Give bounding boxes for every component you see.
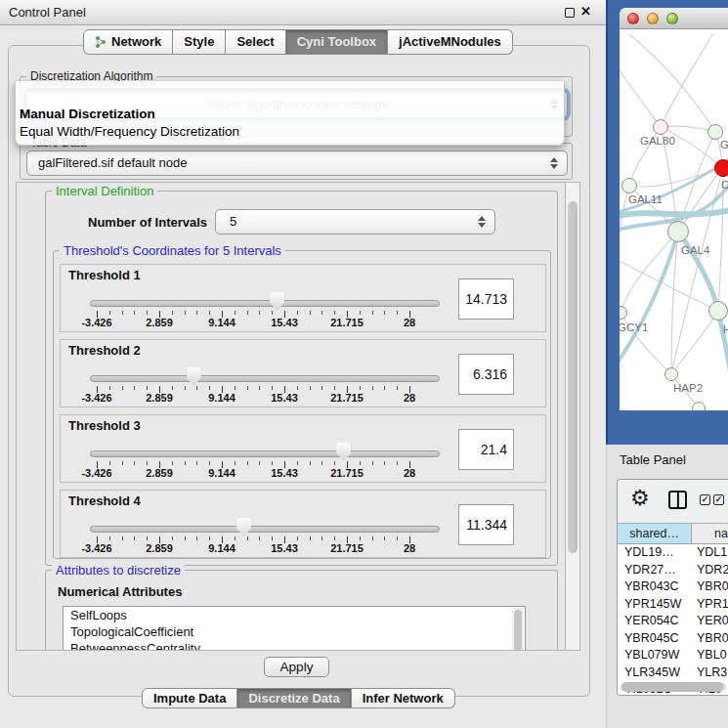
network-window-titlebar[interactable] bbox=[620, 8, 728, 29]
cell: YBR0 bbox=[697, 579, 728, 593]
table-row[interactable]: YER054CYER0 bbox=[618, 613, 728, 630]
threshold-value-field[interactable]: 11.344 bbox=[458, 504, 514, 545]
close-icon[interactable]: ✕ bbox=[580, 4, 591, 19]
panel-title: Control Panel bbox=[9, 5, 86, 20]
slider-track[interactable] bbox=[90, 450, 440, 457]
tick-label: -3.426 bbox=[81, 317, 111, 328]
node-gal4[interactable] bbox=[667, 221, 689, 242]
slider-minor-ticks bbox=[97, 536, 411, 540]
table-data-combobox-value: galFiltered.sif default node bbox=[38, 155, 187, 170]
threshold-value-field[interactable]: 6.316 bbox=[458, 354, 514, 395]
threshold-value-field[interactable]: 14.713 bbox=[458, 278, 514, 320]
tab-impute-data[interactable]: Impute Data bbox=[142, 688, 237, 708]
node-label: HAP2 bbox=[673, 382, 703, 394]
threshold-panel-3: Threshold 3 -3.426 2.859 9.144 15.4 bbox=[60, 414, 546, 483]
table-row[interactable]: YBR043CYBR0 bbox=[618, 578, 728, 596]
scrollbar-thumb[interactable] bbox=[568, 201, 578, 553]
application-window: Control Panel ✕ Network Style Select Cyn… bbox=[0, 0, 728, 728]
popup-item-equal-width[interactable]: Equal Width/Frequency Discretization bbox=[20, 124, 239, 139]
slider-thumb[interactable] bbox=[236, 518, 251, 536]
control-panel-titlebar[interactable]: Control Panel ✕ bbox=[0, 0, 606, 25]
tick-label: 28 bbox=[404, 542, 415, 554]
cell: YLR3 bbox=[697, 665, 728, 679]
tick-label: 21.715 bbox=[330, 542, 364, 554]
minimize-traffic-light-icon[interactable] bbox=[647, 13, 659, 24]
node-label: GAL11 bbox=[628, 193, 663, 205]
tab-style[interactable]: Style bbox=[173, 29, 226, 55]
checkbox-icon[interactable]: ✓ bbox=[700, 494, 710, 505]
slider-track[interactable] bbox=[90, 526, 440, 533]
tab-label: Cyni Toolbox bbox=[297, 30, 376, 54]
node-label: GA bbox=[720, 139, 728, 150]
tab-label: Select bbox=[236, 30, 274, 54]
cyni-mode-tabs: Impute Data Discretize Data Infer Networ… bbox=[142, 688, 455, 708]
tab-jactivemnodules[interactable]: jActiveMNodules bbox=[388, 29, 513, 55]
combo-arrows-icon bbox=[478, 216, 486, 228]
tick-label: 9.144 bbox=[208, 467, 236, 479]
column-header-name[interactable]: na bbox=[692, 524, 728, 543]
table-data-combobox[interactable]: galFiltered.sif default node bbox=[26, 150, 568, 176]
tick-label: 15.43 bbox=[271, 317, 298, 328]
close-traffic-light-icon[interactable] bbox=[627, 13, 639, 24]
checkbox-icon[interactable]: ✓ bbox=[713, 494, 724, 505]
gear-icon[interactable]: ⚙ bbox=[630, 486, 650, 511]
table-row[interactable]: YLR345WYLR3 bbox=[618, 664, 728, 682]
slider-thumb[interactable] bbox=[270, 292, 284, 311]
tab-select[interactable]: Select bbox=[226, 29, 285, 55]
slider-thumb[interactable] bbox=[336, 443, 351, 461]
network-desktop: GAL80 GA GAL11 GAL4 C GCY1 H HAP2 bbox=[606, 0, 728, 445]
apply-button[interactable]: Apply bbox=[264, 657, 329, 677]
tick-label: 9.144 bbox=[208, 542, 236, 554]
tab-cyni-toolbox[interactable]: Cyni Toolbox bbox=[286, 29, 388, 55]
tick-label: 21.715 bbox=[330, 392, 364, 404]
num-intervals-combobox[interactable]: 5 bbox=[215, 209, 495, 235]
slider-thumb[interactable] bbox=[187, 367, 201, 386]
table-row[interactable]: YBR045CYBR0 bbox=[618, 630, 728, 648]
node-hap2[interactable] bbox=[664, 367, 678, 381]
list-scrollbar[interactable] bbox=[512, 608, 524, 651]
table-row[interactable]: YPR145WYPR1 bbox=[618, 596, 728, 614]
node[interactable] bbox=[708, 301, 728, 321]
node[interactable] bbox=[692, 402, 706, 410]
tab-label: jActiveMNodules bbox=[399, 30, 501, 54]
network-view-window[interactable]: GAL80 GA GAL11 GAL4 C GCY1 H HAP2 bbox=[620, 8, 728, 410]
slider-minor-ticks bbox=[97, 461, 411, 465]
tab-discretize-data[interactable]: Discretize Data bbox=[237, 688, 351, 708]
settings-scroll-area: Interval Definition Number of Intervals … bbox=[16, 182, 565, 651]
zoom-traffic-light-icon[interactable] bbox=[666, 13, 678, 24]
table-horizontal-scrollbar[interactable] bbox=[621, 682, 726, 692]
network-canvas[interactable]: GAL80 GA GAL11 GAL4 C GCY1 H HAP2 bbox=[620, 29, 728, 410]
tab-infer-network[interactable]: Infer Network bbox=[352, 688, 455, 708]
table-row[interactable]: YDL19…YDL1 bbox=[618, 544, 728, 562]
node-selected-red[interactable] bbox=[714, 159, 728, 177]
tab-network[interactable]: Network bbox=[83, 29, 173, 55]
slider-minor-ticks bbox=[97, 311, 411, 315]
cell: YLR345W bbox=[624, 665, 693, 679]
table-row[interactable]: YBL079WYBL0 bbox=[618, 647, 728, 664]
control-panel: Control Panel ✕ Network Style Select Cyn… bbox=[0, 0, 606, 728]
popup-item-manual-discretization[interactable]: Manual Discretization bbox=[20, 107, 155, 121]
settings-scrollbar[interactable] bbox=[565, 182, 580, 651]
attributes-group-label: Attributes to discretize bbox=[52, 563, 185, 578]
list-item[interactable]: TopologicalCoefficient bbox=[64, 623, 525, 640]
node-gal11[interactable] bbox=[621, 178, 637, 193]
table-data-groupbox: Table Data galFiltered.sif default node bbox=[20, 143, 573, 180]
combo-arrows-icon bbox=[550, 157, 558, 169]
slider-track[interactable] bbox=[90, 375, 440, 382]
list-item[interactable]: BetweennessCentrality bbox=[64, 640, 525, 651]
float-window-icon[interactable] bbox=[565, 8, 575, 18]
node[interactable] bbox=[707, 124, 723, 140]
column-header-shared[interactable]: shared… bbox=[618, 524, 692, 543]
num-intervals-value: 5 bbox=[230, 214, 236, 229]
table-panel-title: Table Panel bbox=[620, 452, 686, 467]
slider-track[interactable] bbox=[90, 300, 440, 307]
list-item[interactable]: SelfLoops bbox=[64, 607, 525, 623]
node-gal80[interactable] bbox=[653, 119, 668, 135]
threshold-value-field[interactable]: 21.4 bbox=[458, 429, 514, 470]
split-view-icon[interactable] bbox=[668, 491, 687, 509]
tick-label: 15.43 bbox=[271, 467, 298, 479]
tick-label: 2.859 bbox=[146, 542, 173, 554]
table-row[interactable]: YDR27…YDR2 bbox=[618, 562, 728, 579]
tick-label: 28 bbox=[404, 392, 415, 404]
table-header-row: shared… na bbox=[618, 523, 728, 544]
